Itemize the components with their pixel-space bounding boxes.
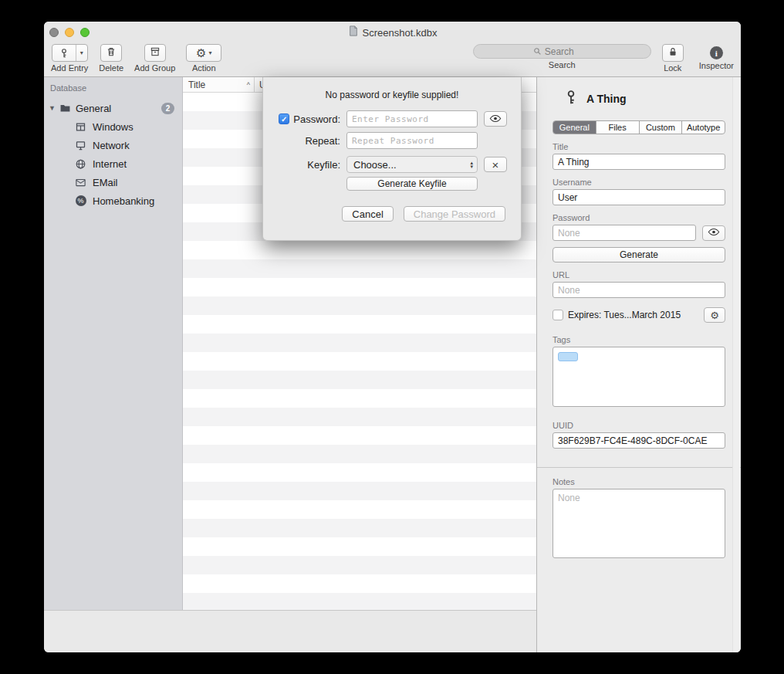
password-checkbox[interactable]: ✓ — [279, 113, 289, 124]
password-label: Password — [553, 213, 725, 222]
url-label: URL — [553, 270, 725, 279]
add-entry-item: ▾ Add Entry — [51, 44, 88, 73]
change-password-button[interactable]: Change Password — [404, 206, 505, 222]
tags-field[interactable] — [553, 347, 725, 407]
inspector-tabs: General Files Custom Autotype — [553, 120, 725, 134]
popup-stepper-icon: ▴▾ — [470, 161, 473, 168]
keyfile-row: Keyfile: Choose... ▴▾ × — [279, 156, 505, 173]
column-title-label: Title — [188, 80, 205, 90]
dialog-buttons: Cancel Change Password — [279, 206, 505, 222]
tab-general[interactable]: General — [553, 121, 596, 134]
keyfile-popup-value: Choose... — [353, 159, 397, 171]
column-header-title[interactable]: Title ^ — [183, 77, 255, 92]
sidebar-item-label: Homebanking — [93, 195, 154, 207]
gear-icon: ⚙ — [196, 47, 206, 59]
title-label: Title — [553, 142, 725, 151]
expires-checkbox[interactable] — [553, 310, 563, 320]
tab-custom[interactable]: Custom — [640, 121, 683, 134]
expires-row: Expires: Tues...March 2015 ⚙ — [553, 307, 725, 323]
search-field[interactable] — [473, 44, 651, 59]
document-icon — [348, 25, 359, 39]
sidebar: Database ▼ General 2 Windows — [44, 77, 183, 610]
window-title: Screenshot.kdbx — [363, 27, 438, 39]
add-entry-label: Add Entry — [51, 63, 88, 73]
generate-keyfile-row: Generate Keyfile — [279, 177, 505, 191]
search-input[interactable] — [545, 46, 591, 57]
search-item: Search — [473, 44, 651, 69]
generate-keyfile-button[interactable]: Generate Keyfile — [346, 177, 478, 191]
key-icon — [52, 45, 76, 61]
uuid-field[interactable] — [553, 432, 725, 449]
add-group-button[interactable] — [144, 44, 166, 62]
titlebar: Screenshot.kdbx — [44, 22, 741, 43]
sidebar-item-network[interactable]: Network — [44, 136, 182, 154]
lock-button[interactable] — [662, 44, 684, 62]
sort-ascending-icon: ^ — [247, 81, 250, 89]
macpass-window: Screenshot.kdbx ▾ Add Entry Delete — [44, 22, 741, 652]
sidebar-item-label: Network — [93, 140, 130, 151]
eye-icon — [708, 227, 720, 239]
delete-button[interactable] — [100, 44, 122, 62]
inspector-item: i Inspector — [699, 44, 734, 70]
inspector-scrollbar[interactable] — [732, 77, 740, 652]
info-icon[interactable]: i — [710, 46, 723, 59]
lock-item: Lock — [662, 44, 684, 73]
clear-keyfile-button[interactable]: × — [484, 157, 507, 172]
url-field[interactable] — [553, 282, 725, 298]
search-icon — [533, 45, 542, 59]
disclosure-triangle-icon[interactable]: ▼ — [49, 104, 59, 112]
action-button[interactable]: ⚙ ▾ — [186, 44, 221, 62]
reveal-password-button[interactable] — [702, 225, 725, 241]
percent-coin-icon: % — [75, 195, 86, 207]
tab-autotype[interactable]: Autotype — [682, 121, 725, 134]
expires-settings-button[interactable]: ⚙ — [704, 307, 725, 323]
generate-password-button[interactable]: Generate — [553, 247, 725, 262]
sidebar-group-general[interactable]: ▼ General 2 — [44, 99, 182, 117]
entry-title: A Thing — [586, 93, 627, 105]
notes-field[interactable]: None — [553, 489, 725, 558]
uuid-label: UUID — [553, 421, 725, 430]
password-row: ✓ Password: — [279, 110, 505, 127]
sidebar-item-homebanking[interactable]: % Homebanking — [44, 191, 182, 210]
sidebar-item-internet[interactable]: Internet — [44, 154, 182, 173]
notes-label: Notes — [553, 477, 725, 486]
inspector-panel: A Thing General Files Custom Autotype Ti… — [536, 77, 741, 652]
windows-icon — [75, 121, 86, 133]
sidebar-item-windows[interactable]: Windows — [44, 117, 182, 136]
sidebar-header: Database — [44, 83, 182, 93]
keyfile-popup[interactable]: Choose... ▴▾ — [346, 156, 478, 173]
sidebar-group-label: General — [76, 103, 111, 114]
expires-label: Expires: Tues...March 2015 — [568, 310, 699, 320]
add-entry-button[interactable]: ▾ — [52, 44, 88, 62]
sidebar-item-label: Windows — [93, 121, 133, 133]
dialog-repeat-input[interactable] — [346, 132, 478, 149]
dialog-reveal-password-button[interactable] — [484, 111, 507, 127]
dialog-keyfile-label: Keyfile: — [307, 159, 340, 171]
key-icon — [563, 90, 579, 108]
notes-placeholder: None — [558, 493, 580, 503]
lock-icon — [667, 46, 678, 60]
gear-icon: ⚙ — [710, 310, 719, 320]
globe-icon — [75, 158, 86, 170]
password-field[interactable] — [553, 225, 696, 241]
sidebar-item-label: Internet — [93, 158, 127, 170]
lock-label: Lock — [664, 63, 681, 73]
dialog-repeat-label: Repeat: — [305, 135, 340, 147]
inspector-label: Inspector — [699, 61, 734, 70]
action-label: Action — [192, 63, 216, 73]
group-box-icon — [150, 46, 161, 60]
toolbar-right: Search Lock i Inspector — [473, 44, 734, 73]
chevron-down-icon: ▾ — [209, 49, 212, 56]
search-label: Search — [549, 60, 576, 69]
dialog-message: No password or keyfile supplied! — [263, 90, 521, 100]
dialog-password-input[interactable] — [346, 110, 478, 127]
add-entry-dropdown[interactable]: ▾ — [76, 45, 87, 61]
username-field[interactable] — [553, 189, 725, 205]
cancel-button[interactable]: Cancel — [342, 206, 393, 222]
username-label: Username — [553, 178, 725, 187]
close-x-icon: × — [492, 159, 499, 171]
toolbar: ▾ Add Entry Delete Add Group ⚙ ▾ — [44, 43, 741, 77]
sidebar-item-email[interactable]: EMail — [44, 173, 182, 191]
tab-files[interactable]: Files — [596, 121, 640, 134]
title-field[interactable] — [553, 154, 725, 170]
